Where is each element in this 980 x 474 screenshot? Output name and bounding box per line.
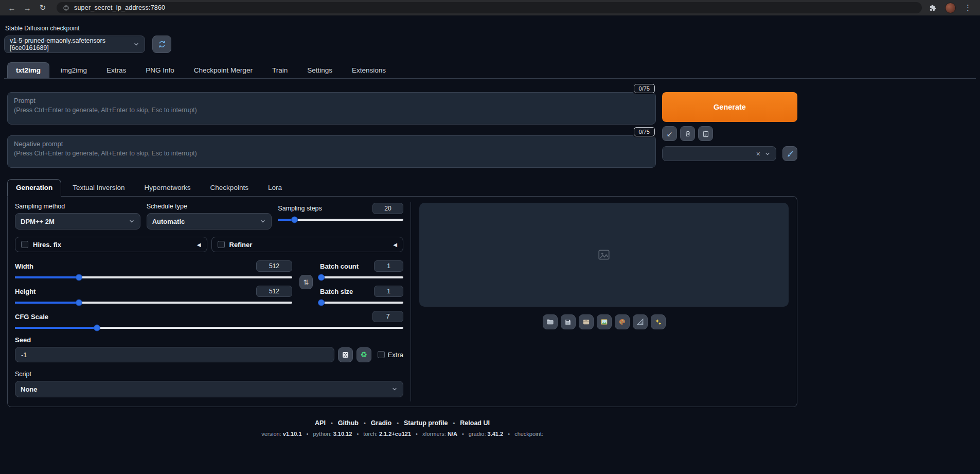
dimensions-row: Width 512 [15,260,403,304]
profile-avatar[interactable] [945,3,956,13]
gradio-value[interactable]: 3.41.2 [488,431,504,437]
separator-dot: • [357,431,359,437]
styles-row: × [662,146,797,161]
accordion-arrow-icon[interactable]: ◀ [197,242,201,248]
script-value: None [21,385,38,393]
tab-checkpoints[interactable]: Checkpoints [202,180,257,196]
swap-dimensions-button[interactable]: ⇅ [299,275,313,289]
refresh-checkpoint-button[interactable] [152,36,171,53]
arrow-down-left-icon: ↙ [667,130,673,138]
open-folder-button[interactable] [543,314,558,329]
height-input[interactable]: 512 [256,286,292,297]
batch-count-input[interactable]: 1 [374,260,403,272]
negative-prompt-textarea[interactable]: Negative prompt (Press Ctrl+Enter to gen… [7,135,656,168]
seed-extra-checkbox[interactable] [378,351,385,358]
extensions-icon[interactable] [929,4,937,12]
actions-column: Generate ↙ [662,92,797,168]
schedule-type-field: Schedule type Automatic [147,203,272,230]
script-dropdown[interactable]: None [15,381,403,397]
footer-link-github[interactable]: Github [338,419,359,427]
footer-link-gradio[interactable]: Gradio [371,419,391,427]
footer-link-startup-profile[interactable]: Startup profile [404,419,448,427]
schedule-type-dropdown[interactable]: Automatic [147,213,272,230]
hires-fix-checkbox[interactable] [21,241,28,248]
footer-link-reload-ui[interactable]: Reload UI [460,419,490,427]
cfg-scale-slider-thumb[interactable] [94,325,100,331]
archive-box-icon [582,318,590,326]
send-to-img2img-button[interactable] [597,314,612,329]
tab-checkpoint-merger[interactable]: Checkpoint Merger [186,63,261,78]
tab-train[interactable]: Train [264,63,296,78]
schedule-type-value: Automatic [152,218,185,225]
send-to-inpaint-button[interactable] [615,314,630,329]
hires-fix-accordion[interactable]: Hires. fix ◀ [15,237,207,252]
reuse-seed-button[interactable]: ♻ [357,347,371,362]
height-slider-thumb[interactable] [76,300,82,306]
batch-size-label: Batch size [320,288,353,295]
browser-forward-button[interactable]: → [21,1,34,14]
sampling-steps-input[interactable]: 20 [372,203,403,214]
tab-generation[interactable]: Generation [7,179,61,197]
browser-back-button[interactable]: ← [5,1,19,14]
negative-prompt-token-counter[interactable]: 0/75 [634,127,655,136]
cfg-scale-slider[interactable] [15,327,403,329]
tab-img2img[interactable]: img2img [52,63,95,78]
browser-right-controls: ⋮ [929,3,975,13]
tab-txt2img[interactable]: txt2img [7,62,49,78]
sampling-method-dropdown[interactable]: DPM++ 2M [15,213,140,230]
footer-link-api[interactable]: API [315,419,326,427]
chevron-down-icon [129,218,135,224]
random-seed-button[interactable] [338,347,353,362]
save-zip-button[interactable] [579,314,594,329]
width-slider-thumb[interactable] [76,274,82,281]
tab-settings[interactable]: Settings [299,63,341,78]
seed-extra-group: Extra [378,351,403,359]
batch-count-slider-thumb[interactable] [318,274,325,281]
clear-prompt-button[interactable] [680,126,695,141]
batch-count-slider[interactable] [320,276,403,278]
height-slider-fill [15,302,79,304]
styles-dropdown[interactable]: × [662,146,776,161]
tab-lora[interactable]: Lora [260,180,290,196]
tab-extras[interactable]: Extras [98,63,134,78]
url-text: super_secret_ip_address:7860 [74,4,165,11]
prompt-textarea[interactable]: Prompt (Press Ctrl+Enter to generate, Al… [7,92,656,125]
tab-textual-inversion[interactable]: Textual Inversion [64,180,133,196]
send-to-extras-button[interactable] [633,314,648,329]
checkpoint-hash-label: checkpoint: [514,431,543,437]
browser-reload-button[interactable]: ↻ [36,1,49,14]
checkpoint-dropdown[interactable]: v1-5-pruned-emaonly.safetensors [6ce0161… [4,36,145,53]
tab-hypernetworks[interactable]: Hypernetworks [136,180,199,196]
edit-styles-button[interactable] [782,146,797,161]
version-value[interactable]: v1.10.1 [283,431,302,437]
width-input[interactable]: 512 [256,260,292,272]
tab-extensions[interactable]: Extensions [344,63,394,78]
url-bar[interactable]: super_secret_ip_address:7860 [57,2,922,13]
seed-input[interactable]: -1 [15,347,334,362]
save-image-button[interactable] [561,314,576,329]
paste-params-button[interactable]: ↙ [662,126,677,141]
height-label: Height [15,288,35,295]
batch-size-slider[interactable] [320,302,403,304]
refiner-checkbox[interactable] [218,241,225,248]
batch-size-input[interactable]: 1 [374,286,403,297]
refiner-accordion[interactable]: Refiner ◀ [211,237,404,252]
tab-png-info[interactable]: PNG Info [137,63,183,78]
width-slider[interactable] [15,276,292,278]
output-gallery[interactable] [419,203,789,307]
batch-size-slider-thumb[interactable] [318,300,325,306]
sampling-steps-slider[interactable] [278,219,403,221]
prompt-token-counter[interactable]: 0/75 [634,84,655,93]
prompt-area: 0/75 Prompt (Press Ctrl+Enter to generat… [7,92,797,168]
cfg-scale-input[interactable]: 7 [372,311,403,322]
sampling-steps-slider-thumb[interactable] [291,217,298,223]
generate-button[interactable]: Generate [662,92,797,122]
paintbrush-icon [787,150,794,157]
site-info-icon[interactable] [63,5,69,11]
browser-menu-icon[interactable]: ⋮ [964,3,972,12]
accordion-arrow-icon[interactable]: ◀ [393,242,397,248]
height-slider[interactable] [15,302,292,304]
styles-clear-button[interactable]: × [756,150,760,157]
apply-styles-button[interactable] [698,126,713,141]
upscale-button[interactable] [651,314,666,329]
